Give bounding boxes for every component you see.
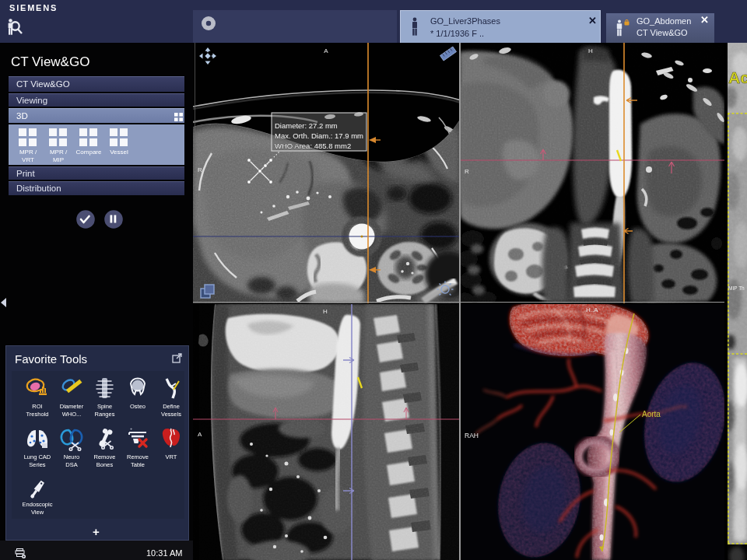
svg-text:A: A [198,431,202,438]
svg-text:MPR /: MPR / [50,149,68,156]
svg-text:VRT: VRT [166,453,177,460]
svg-text:H: H [588,47,593,54]
svg-text:+: + [130,426,132,431]
svg-text:R: R [465,168,469,175]
svg-text:Osteo: Osteo [130,403,146,410]
svg-text:WHO...: WHO... [62,411,82,418]
svg-text:RAH: RAH [465,432,479,439]
svg-text:Diameter: Diameter [60,403,84,410]
svg-text:Ac: Ac [728,68,747,86]
svg-text:Series: Series [29,461,46,468]
svg-text:Remove: Remove [127,453,149,460]
svg-text:View: View [31,509,44,516]
svg-text:Compare: Compare [76,149,102,156]
svg-text:Neuro: Neuro [64,453,79,460]
svg-text:Diameter: 27.2 mm: Diameter: 27.2 mm [275,121,338,130]
svg-text:Spine: Spine [97,403,112,410]
svg-text:Max. Orth. Diam.: 17.9 mm: Max. Orth. Diam.: 17.9 mm [275,131,363,140]
svg-text:Lung CAD: Lung CAD [24,453,51,460]
svg-text:Treshold: Treshold [26,411,49,418]
svg-text:Endoscopic: Endoscopic [23,501,53,508]
svg-text:Vessels: Vessels [161,411,181,418]
svg-text:Ranges: Ranges [95,411,115,418]
svg-text:DSA: DSA [65,461,77,468]
svg-text:MIP Th: MIP Th [728,285,745,291]
svg-text:H: H [323,308,328,315]
svg-text:Vessel: Vessel [110,149,128,156]
svg-text:Define: Define [163,403,180,410]
svg-text:Bones: Bones [96,461,114,468]
svg-text:MPR /: MPR / [19,149,37,156]
svg-text:VRT: VRT [22,156,34,163]
svg-text:R: R [198,166,202,173]
svg-text:WHO Area: 485.8 mm2: WHO Area: 485.8 mm2 [275,142,351,150]
svg-text:ROI: ROI [32,403,42,410]
svg-text:Aorta: Aorta [642,410,661,418]
svg-text:Table: Table [131,461,145,468]
svg-text:H..A: H..A [586,306,598,313]
svg-text:MIP: MIP [53,156,64,163]
svg-text:A: A [324,47,328,54]
svg-text:Remove: Remove [94,453,116,460]
